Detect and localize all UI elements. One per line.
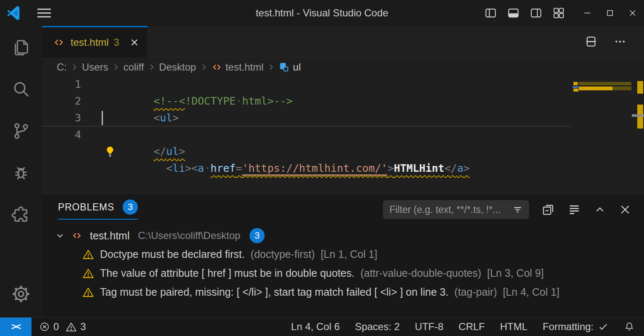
problem-row[interactable]: Tag must be paired, missing: [ </li> ], … — [42, 283, 644, 302]
code-token: </ — [153, 145, 166, 158]
files-icon[interactable] — [0, 26, 42, 68]
minimap-warning-line — [573, 89, 578, 92]
code-editor[interactable]: 1 <!--<!DOCTYPE·html>--> 2 <ul> 3 — [42, 76, 644, 193]
tab-problem-count: 3 — [114, 37, 119, 48]
code-token: html>--> — [242, 95, 292, 107]
warning-icon — [66, 322, 77, 332]
code-line-current: 3 <li><a·href='https://htmlhint.com/'>HT… — [42, 110, 571, 126]
chevron-up-icon[interactable] — [594, 203, 606, 216]
remote-indicator[interactable]: >< — [0, 318, 32, 336]
view-as-list-icon[interactable] — [568, 203, 581, 216]
remote-icon: >< — [11, 321, 21, 332]
breadcrumb-folder[interactable]: Desktop — [159, 61, 196, 73]
language-mode[interactable]: HTML — [500, 321, 527, 333]
chevron-down-icon[interactable] — [55, 230, 66, 241]
minimize-icon[interactable] — [576, 0, 599, 26]
bell-icon[interactable] — [624, 321, 635, 332]
symbol-element-icon — [279, 62, 289, 73]
close-icon[interactable] — [619, 203, 631, 216]
code-line: 2 <ul> — [42, 93, 644, 110]
code-token: >< — [185, 162, 198, 174]
source-control-icon[interactable] — [0, 110, 42, 152]
debug-icon[interactable] — [0, 152, 42, 194]
formatting-label: Formatting: — [543, 321, 594, 333]
layout-grid-icon[interactable] — [547, 0, 570, 26]
collapse-all-icon[interactable] — [541, 203, 555, 216]
minimap-code-line — [573, 86, 578, 88]
code-token: </ — [444, 162, 457, 174]
warning-icon — [82, 287, 94, 298]
breadcrumb-drive[interactable]: C: — [57, 61, 67, 73]
problems-filter[interactable] — [383, 200, 529, 219]
breadcrumb-user[interactable]: coliff — [124, 61, 144, 73]
filter-icon — [512, 204, 523, 215]
overview-ruler[interactable] — [637, 76, 644, 193]
encoding[interactable]: UTF-8 — [415, 321, 444, 333]
code-token-url[interactable]: 'https://htmlhint.com/' — [242, 162, 387, 176]
editor-group: test.html 3 C: Users coliff D — [42, 26, 644, 317]
chevron-right-icon — [267, 63, 275, 71]
minimap-warning-line — [579, 87, 612, 90]
problems-file-row[interactable]: test.html C:\Users\coliff\Desktop 3 — [42, 226, 644, 245]
extensions-icon[interactable] — [0, 194, 42, 236]
filter-input[interactable] — [389, 204, 512, 215]
check-icon — [598, 321, 609, 332]
eol-sequence[interactable]: CRLF — [459, 321, 485, 333]
activity-bar — [0, 26, 42, 317]
minimap-warning-line — [578, 82, 631, 85]
breadcrumb-file[interactable]: test.html — [226, 61, 264, 73]
layout-sidebar-icon[interactable] — [479, 0, 502, 26]
code-line: 1 <!--<!DOCTYPE·html>--> — [42, 76, 644, 93]
problem-message: The value of attribute [ href ] must be … — [100, 267, 355, 279]
code-token: > — [387, 162, 394, 174]
problems-panel: PROBLEMS 3 — [42, 193, 644, 317]
warning-icon — [82, 268, 94, 279]
indentation[interactable]: Spaces: 2 — [355, 321, 400, 333]
html-file-icon — [53, 37, 65, 48]
close-icon[interactable] — [621, 0, 644, 26]
more-actions-icon[interactable] — [614, 35, 626, 48]
text-cursor — [102, 111, 103, 125]
problems-tab-label: PROBLEMS — [58, 202, 114, 213]
chevron-right-icon — [147, 63, 156, 71]
chevron-right-icon — [112, 63, 120, 71]
html-file-icon — [211, 62, 222, 73]
error-count: 0 — [53, 321, 59, 333]
layout-panel-icon[interactable] — [502, 0, 525, 26]
problem-row[interactable]: Doctype must be declared first. (doctype… — [42, 245, 644, 264]
code-token: > — [463, 162, 470, 174]
close-icon[interactable] — [129, 37, 140, 48]
minimap[interactable] — [573, 76, 632, 193]
problem-location: [Ln 4, Col 1] — [503, 286, 560, 298]
warning-icon — [82, 249, 94, 260]
line-number: 3 — [42, 110, 103, 126]
tab-test-html[interactable]: test.html 3 — [42, 26, 148, 58]
breadcrumb-symbol[interactable]: ul — [293, 61, 301, 73]
search-icon[interactable] — [0, 68, 42, 110]
minimap-warning-line — [612, 87, 631, 90]
problem-rule: (attr-value-double-quotes) — [360, 267, 481, 279]
code-token: li — [173, 162, 185, 174]
layout-sidebar-right-icon[interactable] — [525, 0, 547, 26]
cursor-position[interactable]: Ln 4, Col 6 — [291, 321, 340, 333]
gear-icon[interactable] — [0, 271, 42, 317]
error-icon — [39, 321, 50, 332]
maximize-icon[interactable] — [599, 0, 621, 26]
formatting-status[interactable]: Formatting: — [543, 321, 609, 333]
tab-problems[interactable]: PROBLEMS 3 — [58, 200, 138, 220]
code-line: 4 </ul> — [42, 126, 644, 143]
line-number: 4 — [42, 126, 103, 143]
problem-rule: (tag-pair) — [455, 286, 497, 298]
problems-file-path: C:\Users\coliff\Desktop — [138, 230, 240, 242]
panel-header: PROBLEMS 3 — [42, 194, 644, 226]
code-token: href — [210, 162, 236, 174]
breadcrumb-users[interactable]: Users — [82, 61, 108, 73]
problem-location: [Ln 3, Col 9] — [487, 267, 544, 279]
split-editor-icon[interactable] — [584, 35, 598, 48]
problems-status[interactable]: 0 3 — [39, 321, 86, 333]
chevron-right-icon — [200, 63, 208, 71]
line-number: 1 — [42, 76, 103, 93]
line-number: 2 — [42, 93, 103, 110]
code-token: HTMLHint — [394, 162, 444, 174]
problem-row[interactable]: The value of attribute [ href ] must be … — [42, 264, 644, 283]
